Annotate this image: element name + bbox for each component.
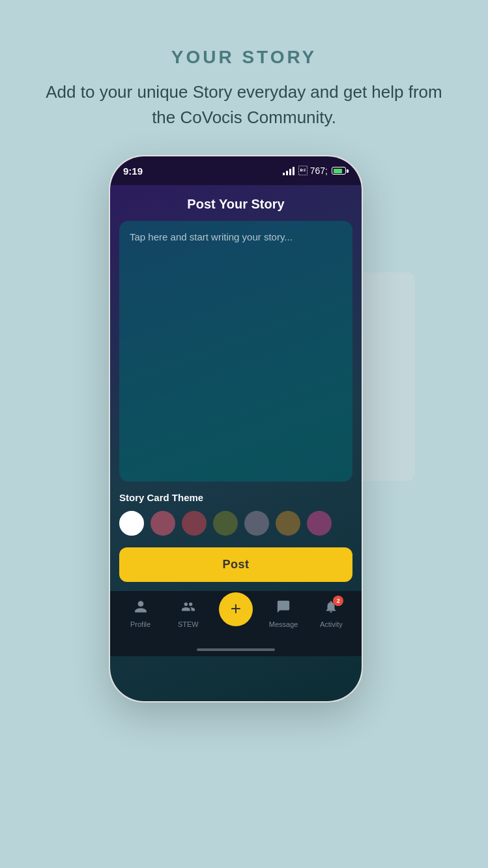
wifi-icon:  767;: [298, 166, 328, 176]
theme-dot-dark-rose[interactable]: [182, 511, 207, 536]
theme-dot-white[interactable]: [119, 511, 144, 536]
status-bar: 9:19  767;: [110, 156, 362, 185]
message-icon: [276, 600, 291, 618]
nav-label-stew: STEW: [178, 620, 199, 628]
post-button[interactable]: Post: [119, 547, 352, 582]
nav-label-message: Message: [269, 620, 298, 628]
nav-label-profile: Profile: [130, 620, 151, 628]
status-time: 9:19: [123, 166, 143, 177]
phone-frame: 9:19  767;: [109, 155, 363, 702]
nav-item-profile[interactable]: Profile: [122, 600, 158, 628]
person-icon: [134, 600, 148, 618]
plus-icon: +: [231, 600, 241, 618]
people-icon: [181, 600, 195, 618]
theme-dot-olive[interactable]: [213, 511, 238, 536]
nav-item-stew[interactable]: STEW: [170, 600, 206, 628]
bottom-nav: Profile STEW +: [110, 591, 362, 643]
add-button[interactable]: +: [219, 592, 253, 626]
phone-screen: Post Your Story Tap here and start writi…: [110, 185, 362, 701]
home-bar: [197, 648, 275, 651]
theme-dot-mauve[interactable]: [151, 511, 175, 536]
phone-mockup: 9:19  767;: [109, 155, 379, 716]
story-placeholder: Tap here and start writing your story...: [130, 231, 293, 242]
theme-label: Story Card Theme: [119, 492, 352, 503]
page-title: YOUR STORY: [171, 47, 317, 68]
theme-dot-khaki[interactable]: [276, 511, 300, 536]
notch: [194, 156, 278, 175]
nav-label-activity: Activity: [320, 620, 343, 628]
nav-item-message[interactable]: Message: [266, 600, 302, 628]
post-button-container: Post: [110, 541, 362, 591]
home-indicator: [110, 643, 362, 656]
nav-item-activity[interactable]: 2 Activity: [313, 600, 349, 628]
theme-colors-row: [119, 511, 352, 536]
page-subtitle: Add to your unique Story everyday and ge…: [0, 80, 488, 130]
battery-icon: [332, 167, 349, 175]
theme-dot-purple[interactable]: [307, 511, 332, 536]
status-icons:  767;: [283, 166, 349, 176]
nav-item-add[interactable]: +: [218, 592, 253, 635]
theme-section: Story Card Theme: [110, 482, 362, 541]
screen-title: Post Your Story: [187, 197, 284, 211]
story-textarea[interactable]: Tap here and start writing your story...: [119, 221, 352, 482]
bell-icon: 2: [324, 600, 338, 618]
screen-header: Post Your Story: [110, 185, 362, 221]
signal-icon: [283, 166, 294, 175]
activity-badge: 2: [333, 596, 343, 606]
theme-dot-slate[interactable]: [244, 511, 269, 536]
